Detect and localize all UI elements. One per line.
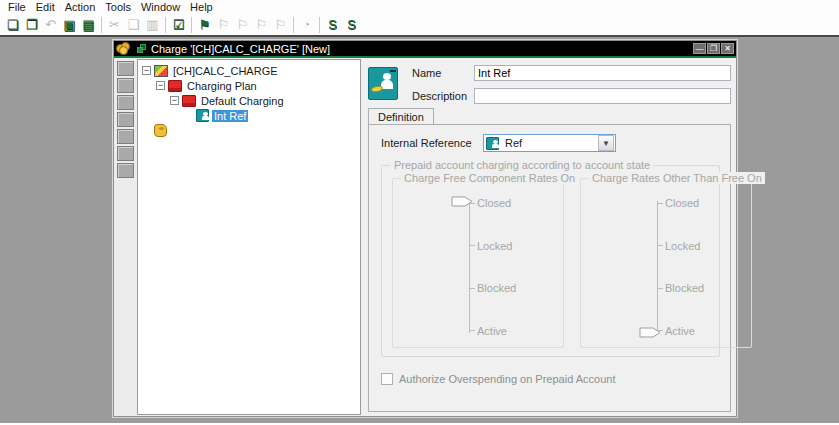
tree-row[interactable]: − [CH]CALC_CHARGE	[140, 63, 358, 78]
teal-person-icon	[196, 109, 209, 122]
toolbar-separator	[319, 17, 320, 33]
other-rates-slider[interactable]: Closed Locked Blocked Active	[645, 197, 745, 337]
mdi-desktop: Charge '[CH]CALC_CHARGE' [New] — ❐ ✕	[0, 37, 839, 423]
tab-strip: Definition	[368, 107, 731, 124]
validate-icon[interactable]: ☑	[169, 16, 188, 34]
link-icon[interactable]: ↶	[41, 16, 60, 34]
toolbar-separator	[293, 17, 294, 33]
prepaid-group-label: Prepaid account charging according to ac…	[390, 159, 654, 171]
strip-button-4[interactable]	[117, 112, 134, 127]
deploy-icon[interactable]: ⚑	[195, 16, 214, 34]
window-restore-icon	[137, 44, 147, 54]
tree-item-label-selected[interactable]: Int Ref	[212, 110, 248, 122]
prepaid-charging-group: Prepaid account charging according to ac…	[381, 165, 720, 357]
red-board-icon	[182, 95, 196, 107]
slider-label-active: Active	[657, 325, 704, 337]
script-2-icon[interactable]: S	[342, 16, 361, 34]
coins-icon	[116, 42, 134, 55]
strip-button-7[interactable]	[117, 163, 134, 178]
edit-table-icon[interactable]: ▣	[60, 16, 79, 34]
strip-button-3[interactable]	[117, 95, 134, 110]
internal-reference-label: Internal Reference	[381, 137, 483, 149]
internal-reference-combobox[interactable]: Ref ▼	[483, 134, 616, 152]
tab-definition[interactable]: Definition	[368, 108, 434, 124]
red-board-icon	[168, 80, 182, 92]
tree-item-label[interactable]: [CH]CALC_CHARGE	[171, 65, 280, 77]
menu-tools[interactable]: Tools	[100, 0, 136, 14]
deploy-3-icon[interactable]: ⚐	[233, 16, 252, 34]
free-rates-slider[interactable]: Closed Locked Blocked Active	[457, 197, 557, 337]
tree-row[interactable]: Int Ref	[140, 108, 358, 123]
charge-tree-panel: − [CH]CALC_CHARGE − Charging Plan − Defa…	[137, 59, 361, 415]
slider-thumb[interactable]	[451, 196, 473, 207]
paste-icon[interactable]: ▥	[143, 16, 162, 34]
duplicate-object-icon[interactable]: ❐	[22, 16, 41, 34]
slider-label-blocked: Blocked	[469, 282, 516, 294]
charge-other-rates-group: Charge Rates Other Than Free On Closed L…	[580, 178, 752, 348]
tree-row[interactable]	[140, 123, 358, 138]
charge-window: Charge '[CH]CALC_CHARGE' [New] — ❐ ✕	[113, 40, 737, 417]
chart-icon	[154, 65, 168, 77]
slider-label-active: Active	[469, 325, 516, 337]
cut-icon[interactable]: ✂	[105, 16, 124, 34]
script-1-icon[interactable]: S	[323, 16, 342, 34]
new-object-icon[interactable]: ❏	[3, 16, 22, 34]
slider-label-locked: Locked	[657, 240, 704, 252]
tree-item-label[interactable]: Default Charging	[199, 95, 286, 107]
maximize-button[interactable]: ❐	[707, 43, 720, 54]
tree-row[interactable]: − Default Charging	[140, 93, 358, 108]
side-button-strip	[114, 58, 137, 416]
toolbar-separator	[165, 17, 166, 33]
history-icon[interactable]: ◔	[297, 16, 316, 34]
strip-button-5[interactable]	[117, 129, 134, 144]
deploy-4-icon[interactable]: ⚐	[252, 16, 271, 34]
slider-thumb[interactable]	[639, 327, 661, 338]
save-table-icon[interactable]: ▤	[79, 16, 98, 34]
window-title: Charge '[CH]CALC_CHARGE' [New]	[151, 43, 693, 55]
description-input[interactable]	[474, 88, 731, 104]
menu-file[interactable]: File	[3, 0, 31, 14]
teal-person-icon	[486, 137, 499, 150]
menu-help[interactable]: Help	[185, 0, 218, 14]
name-label: Name	[412, 67, 474, 79]
copy-icon[interactable]: ❑	[124, 16, 143, 34]
charge-other-group-label: Charge Rates Other Than Free On	[589, 172, 765, 184]
tree-row[interactable]: − Charging Plan	[140, 78, 358, 93]
slider-label-locked: Locked	[469, 240, 516, 252]
menu-window[interactable]: Window	[136, 0, 185, 14]
internal-reference-large-icon	[368, 67, 398, 100]
charge-free-component-group: Charge Free Component Rates On Closed Lo…	[392, 178, 564, 348]
minimize-button[interactable]: —	[693, 43, 706, 54]
money-bag-icon	[154, 124, 167, 137]
slider-label-blocked: Blocked	[657, 282, 704, 294]
deploy-5-icon[interactable]: ⚐	[271, 16, 290, 34]
chevron-down-icon[interactable]: ▼	[598, 135, 614, 151]
description-label: Description	[412, 90, 474, 102]
charge-free-group-label: Charge Free Component Rates On	[401, 172, 578, 184]
menu-action[interactable]: Action	[60, 0, 101, 14]
slider-label-closed: Closed	[657, 197, 704, 209]
details-panel: Name Description Definition Interna	[361, 58, 736, 416]
toolbar-separator	[101, 17, 102, 33]
expander-icon[interactable]: −	[156, 81, 165, 90]
close-button[interactable]: ✕	[721, 43, 734, 54]
window-titlebar: Charge '[CH]CALC_CHARGE' [New] — ❐ ✕	[114, 41, 736, 58]
expander-icon[interactable]: −	[142, 66, 151, 75]
internal-reference-value: Ref	[502, 137, 598, 149]
slider-label-closed: Closed	[469, 197, 516, 209]
name-input[interactable]	[474, 65, 731, 81]
authorize-overspending-checkbox[interactable]	[381, 373, 393, 385]
authorize-overspending-row: Authorize Overspending on Prepaid Accoun…	[381, 373, 720, 385]
toolbar-separator	[191, 17, 192, 33]
expander-icon[interactable]: −	[170, 96, 179, 105]
deploy-2-icon[interactable]: ⚐	[214, 16, 233, 34]
tree-item-label[interactable]: Charging Plan	[185, 80, 259, 92]
authorize-overspending-label: Authorize Overspending on Prepaid Accoun…	[399, 373, 615, 385]
strip-button-6[interactable]	[117, 146, 134, 161]
menu-bar: File Edit Action Tools Window Help	[0, 0, 839, 14]
definition-tab-panel: Internal Reference Ref ▼ Prepaid account…	[368, 124, 731, 412]
menu-edit[interactable]: Edit	[31, 0, 60, 14]
strip-button-1[interactable]	[117, 61, 134, 76]
main-toolbar: ❏ ❐ ↶ ▣ ▤ ✂ ❑ ▥ ☑ ⚑ ⚐ ⚐ ⚐ ⚐ ◔ S S	[0, 14, 839, 37]
strip-button-2[interactable]	[117, 78, 134, 93]
